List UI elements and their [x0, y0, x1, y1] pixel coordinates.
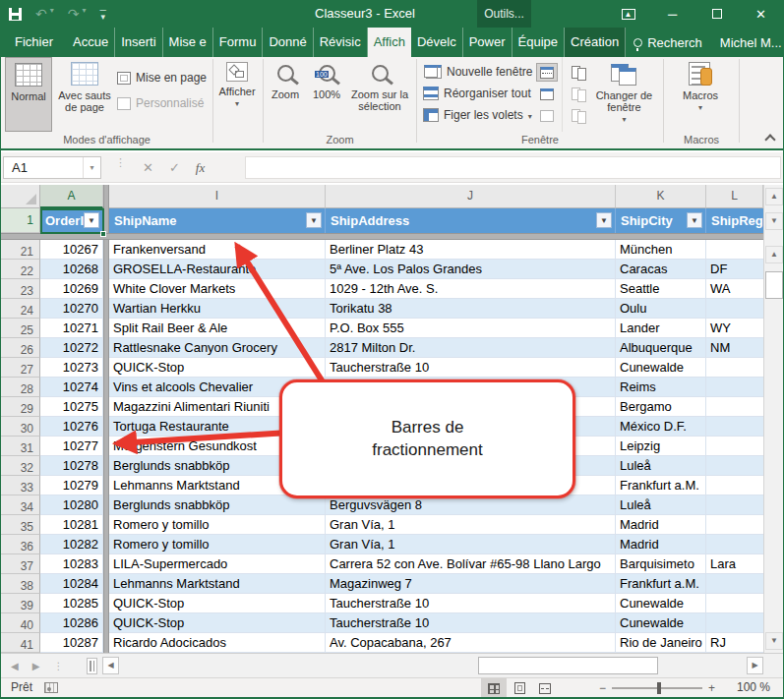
row-header-34[interactable]: 34	[1, 495, 40, 515]
scroll-right-icon[interactable]: ▶	[747, 657, 763, 674]
cell-shipregion[interactable]	[706, 515, 763, 535]
cell-shipregion[interactable]	[706, 358, 763, 378]
cell-shipname[interactable]: QUICK-Stop	[109, 613, 326, 633]
cell-orderid[interactable]: 10284	[40, 574, 103, 594]
new-window-button[interactable]: Nouvelle fenêtre	[423, 63, 532, 81]
cell-orderid[interactable]: 10280	[40, 495, 103, 515]
cell-orderid[interactable]: 10286	[40, 613, 103, 633]
cell-orderid[interactable]: 10272	[40, 338, 103, 358]
next-sheet-icon[interactable]: ▶	[32, 661, 40, 671]
scroll-up-icon[interactable]: ▲	[765, 188, 783, 205]
cell-shipname[interactable]: QUICK-Stop	[109, 594, 326, 613]
scroll-up-icon[interactable]: ▲	[765, 246, 783, 263]
cell-shipcity[interactable]: Barquisimeto	[616, 554, 706, 574]
cell-shipcity[interactable]: Frankfurt a.M.	[616, 574, 706, 594]
row-header-26[interactable]: 26	[1, 338, 40, 358]
cell-shipregion[interactable]: DF	[706, 260, 763, 279]
cell-shipname[interactable]: Lehmanns Marktstand	[109, 574, 326, 594]
cell-shipaddress[interactable]: Magazinweg 7	[326, 574, 616, 594]
vertical-split-bar[interactable]	[103, 185, 109, 653]
cell-orderid[interactable]: 10287	[40, 633, 103, 653]
cell-shipcity[interactable]: Reims	[616, 378, 706, 397]
switch-windows-button[interactable]: Changer de fenêtre ▾	[588, 57, 659, 132]
cell-orderid[interactable]: 10282	[40, 535, 103, 554]
scroll-down-icon[interactable]: ▼	[765, 212, 783, 230]
maximize-button[interactable]	[694, 0, 739, 28]
cell-shipaddress[interactable]: Berliner Platz 43	[326, 240, 616, 260]
row-header-24[interactable]: 24	[1, 299, 40, 319]
filter-dropdown-icon[interactable]: ▼	[84, 212, 99, 228]
cell-shipname[interactable]: Split Rail Beer & Ale	[109, 319, 326, 338]
cell-shipregion[interactable]: NM	[706, 338, 763, 358]
row-header-1[interactable]: 1	[1, 208, 40, 233]
cell-shipcity[interactable]: Madrid	[616, 535, 706, 554]
row-header-31[interactable]: 31	[1, 437, 40, 456]
cell-shipcity[interactable]: Leipzig	[616, 437, 706, 456]
undo-icon[interactable]: ↶▾	[35, 6, 54, 22]
scroll-down-icon[interactable]: ▼	[765, 632, 783, 650]
ribbon-tab-formu[interactable]: Formu	[213, 28, 264, 57]
cell-shipcity[interactable]: Rio de Janeiro	[616, 633, 706, 653]
cell-shipname[interactable]: Frankenversand	[109, 240, 326, 260]
column-header-k[interactable]: K	[616, 185, 706, 208]
filter-dropdown-icon[interactable]: ▼	[687, 212, 702, 228]
cell-shipregion[interactable]	[706, 397, 763, 417]
cell-shipcity[interactable]: Frankfurt a.M.	[616, 476, 706, 495]
formula-input[interactable]	[245, 156, 781, 179]
tell-me-search[interactable]: Recherch	[626, 35, 710, 50]
account-name[interactable]: Michel M...	[710, 35, 784, 50]
collapse-ribbon-icon[interactable]	[765, 133, 775, 143]
close-button[interactable]: ✕	[739, 0, 783, 28]
show-dropdown-button[interactable]: Afficher ▾	[213, 57, 261, 132]
cell-shipcity[interactable]: München	[616, 240, 706, 260]
cell-shipcity[interactable]: Bergamo	[616, 397, 706, 417]
ribbon-tab-création[interactable]: Création	[565, 28, 626, 57]
cell-shipcity[interactable]: Madrid	[616, 515, 706, 535]
page-layout-shortcut[interactable]	[507, 678, 532, 698]
row-header-33[interactable]: 33	[1, 476, 40, 495]
cell-orderid[interactable]: 10279	[40, 476, 103, 495]
unhide-window-button[interactable]	[536, 106, 558, 125]
cell-shipaddress[interactable]: Gran Vía, 1	[326, 515, 616, 535]
cell-shipregion[interactable]	[706, 378, 763, 397]
page-break-shortcut[interactable]	[532, 678, 558, 698]
zoom-100-button[interactable]: 100 100%	[307, 57, 346, 132]
filter-dropdown-icon[interactable]: ▼	[306, 212, 322, 228]
row-header-27[interactable]: 27	[1, 358, 40, 378]
undo-dropdown-icon[interactable]: ▾	[50, 6, 54, 22]
cell-shipcity[interactable]: Cunewalde	[616, 613, 706, 633]
cell-shipregion[interactable]	[706, 417, 763, 437]
row-header-29[interactable]: 29	[1, 397, 40, 417]
zoom-slider-thumb[interactable]	[657, 682, 661, 694]
cell-orderid[interactable]: 10267	[40, 240, 103, 260]
cell-shipaddress[interactable]: 5ª Ave. Los Palos Grandes	[326, 260, 616, 279]
reset-window-position-button[interactable]	[567, 106, 588, 125]
cell-shipaddress[interactable]: Taucherstraße 10	[326, 358, 616, 378]
cell-orderid[interactable]: 10276	[40, 417, 103, 437]
freeze-panes-button[interactable]: Figer les volets ▾	[423, 106, 532, 124]
ribbon-tab-affich[interactable]: Affich	[368, 28, 411, 57]
view-side-by-side-button[interactable]	[567, 63, 588, 82]
cell-shipcity[interactable]: Albuquerque	[616, 338, 706, 358]
cell-orderid[interactable]: 10268	[40, 260, 103, 279]
cell-shipregion[interactable]	[706, 495, 763, 515]
ribbon-tab-mise-e[interactable]: Mise e	[163, 28, 213, 57]
header-cell-orderid[interactable]: OrderID▼	[40, 208, 103, 233]
save-icon[interactable]	[9, 8, 22, 21]
cell-orderid[interactable]: 10281	[40, 515, 103, 535]
zoom-button[interactable]: Zoom	[264, 57, 307, 132]
cancel-icon[interactable]: ✕	[143, 160, 153, 175]
sheet-options-dots[interactable]: ⋮	[53, 661, 64, 671]
cell-shipregion[interactable]: WY	[706, 319, 763, 338]
cell-shipcity[interactable]: Cunewalde	[616, 594, 706, 613]
file-tab[interactable]: Fichier	[1, 28, 67, 57]
cell-orderid[interactable]: 10271	[40, 319, 103, 338]
horizontal-scroll-thumb[interactable]	[478, 657, 658, 674]
cell-shipname[interactable]: Berglunds snabbköp	[109, 495, 326, 515]
cell-shipname[interactable]: Ricardo Adocicados	[109, 633, 326, 653]
ribbon-display-options-button[interactable]: ▲	[606, 0, 650, 28]
ribbon-tab-inserti[interactable]: Inserti	[115, 28, 162, 57]
cell-shipregion[interactable]	[706, 574, 763, 594]
column-header-j[interactable]: J	[326, 185, 616, 208]
cell-shipregion[interactable]	[706, 437, 763, 456]
